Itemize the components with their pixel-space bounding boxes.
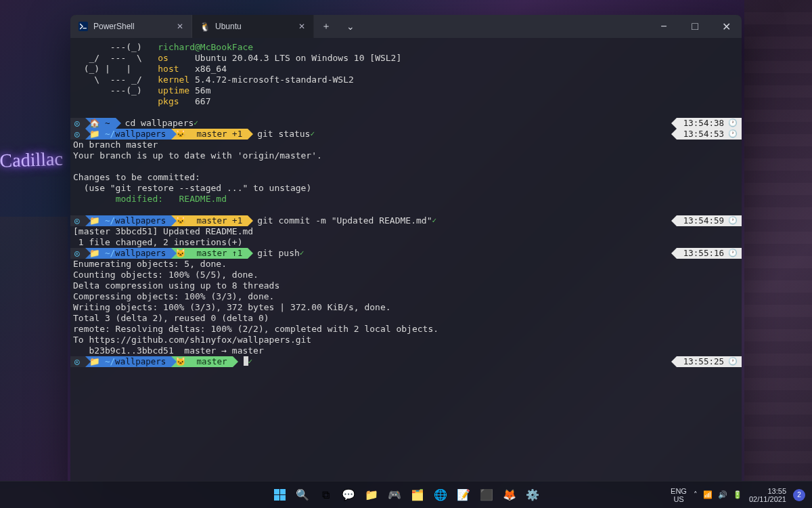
output-line: 1 file changed, 2 insertions(+) bbox=[70, 237, 742, 248]
branch-green-segment: 🐱 master bbox=[175, 356, 227, 367]
command-text: git commit -m "Updated README.md" bbox=[257, 215, 432, 226]
close-icon[interactable]: ✕ bbox=[175, 22, 185, 31]
cursor bbox=[244, 356, 248, 366]
lang-bottom: US bbox=[671, 495, 687, 503]
output-line: modified: README.md bbox=[70, 194, 742, 205]
taskbar-clock[interactable]: 13:55 02/11/2021 bbox=[749, 487, 786, 503]
tab-strip: PowerShell ✕ 🐧 Ubuntu ✕ ＋ ⌄ bbox=[70, 15, 648, 38]
prompt-line: ◎📁 ~/wallpapers🐱 master +1git commit -m … bbox=[70, 215, 742, 226]
timestamp-segment: 13:54:38 🕐 bbox=[677, 118, 742, 129]
output-line: Your branch is up to date with 'origin/m… bbox=[70, 150, 742, 161]
branch-segment: 🐱 master +1 bbox=[175, 129, 242, 140]
ascii-art bbox=[73, 96, 158, 107]
output-line bbox=[70, 205, 742, 215]
close-icon[interactable]: ✕ bbox=[297, 22, 307, 31]
clock-date: 02/11/2021 bbox=[749, 495, 786, 503]
ascii-art: ---(_) bbox=[73, 85, 158, 96]
neofetch-label: uptime bbox=[158, 85, 195, 96]
close-button[interactable]: ✕ bbox=[710, 15, 742, 38]
taskbar-right: ENG US ˄📶🔊🔋 13:55 02/11/2021 2 bbox=[671, 487, 812, 503]
path-segment: 📁 ~/wallpapers bbox=[89, 215, 166, 226]
neofetch-value: 56m bbox=[195, 85, 210, 96]
neofetch-value: 667 bbox=[195, 96, 210, 106]
language-switcher[interactable]: ENG US bbox=[671, 487, 687, 503]
output-line: To https://github.com/sh1nyfox/wallpaper… bbox=[70, 335, 742, 345]
time-value: 13:54:38 bbox=[683, 118, 724, 129]
neofetch-title: richard@McBookFace bbox=[158, 42, 253, 52]
path-segment: 📁 ~/wallpapers bbox=[89, 129, 166, 140]
taskbar-xbox-button[interactable]: 🎮 bbox=[385, 486, 404, 505]
path-segment: 📁 ~/wallpapers bbox=[89, 356, 166, 367]
taskbar-terminal-button[interactable]: ⬛ bbox=[477, 486, 496, 505]
ubuntu-icon: ◎ bbox=[74, 248, 80, 259]
taskbar-explorer-button[interactable]: 📁 bbox=[362, 486, 381, 505]
chevron-up-icon[interactable]: ˄ bbox=[694, 490, 698, 499]
success-check-icon: ✓ bbox=[248, 356, 256, 367]
notification-badge[interactable]: 2 bbox=[793, 489, 805, 501]
taskbar-start-button[interactable] bbox=[270, 486, 289, 505]
time-value: 13:54:53 bbox=[683, 129, 724, 140]
prompt-segment: ◎ bbox=[70, 356, 85, 367]
wifi-icon[interactable]: 📶 bbox=[703, 490, 713, 499]
system-tray[interactable]: ˄📶🔊🔋 bbox=[694, 490, 742, 499]
prompt-segment: 🐱 master +1 bbox=[171, 129, 248, 140]
path-segment: 📁 ~/wallpapers bbox=[89, 248, 166, 259]
clock-icon: 🕐 bbox=[728, 129, 738, 140]
taskbar-firefox-button[interactable]: 🦊 bbox=[500, 486, 519, 505]
taskbar-folder-button[interactable]: 🗂️ bbox=[408, 486, 427, 505]
output-line: Compressing objects: 100% (3/3), done. bbox=[70, 291, 742, 302]
ascii-art: ---(_) bbox=[73, 42, 158, 53]
ascii-art: _/ --- \ bbox=[73, 53, 158, 64]
success-check-icon: ✓ bbox=[432, 215, 439, 226]
tab-ubuntu[interactable]: 🐧 Ubuntu ✕ bbox=[192, 15, 314, 38]
clock-icon: 🕐 bbox=[728, 356, 738, 367]
battery-icon[interactable]: 🔋 bbox=[733, 490, 742, 499]
neofetch-label: os bbox=[158, 53, 195, 63]
taskbar-widgets-button[interactable]: 💬 bbox=[339, 486, 358, 505]
new-tab-button[interactable]: ＋ bbox=[314, 15, 338, 38]
timestamp-segment: 13:55:25 🕐 bbox=[677, 356, 742, 367]
maximize-button[interactable]: □ bbox=[679, 15, 710, 38]
branch-segment: 🐱 master +1 bbox=[175, 215, 242, 226]
ascii-art: (_) | | bbox=[73, 64, 158, 75]
prompt-segment: 📁 ~/wallpapers bbox=[85, 356, 172, 367]
neofetch-value: x86_64 bbox=[195, 64, 227, 74]
taskbar-settings-button[interactable]: ⚙️ bbox=[523, 486, 542, 505]
tab-label: Ubuntu bbox=[215, 22, 292, 31]
output-line: Counting objects: 100% (5/5), done. bbox=[70, 270, 742, 280]
output-line: b23b9c1..3bbcd51 master → master bbox=[70, 345, 742, 356]
branch-green-segment: 🐱 master ↑1 bbox=[175, 248, 242, 259]
taskbar-edge-button[interactable]: 🌐 bbox=[431, 486, 450, 505]
terminal-body[interactable]: ---(_) richard@McBookFace _/ --- \ os Ub… bbox=[70, 38, 742, 486]
tux-icon: 🐧 bbox=[200, 22, 210, 31]
prompt-segment: ◎ bbox=[70, 248, 85, 259]
tab-powershell[interactable]: PowerShell ✕ bbox=[70, 15, 192, 38]
neofetch-label: pkgs bbox=[158, 96, 195, 106]
prompt-segment: 🐱 master ↑1 bbox=[171, 248, 248, 259]
success-check-icon: ✓ bbox=[194, 118, 201, 129]
output-line: Total 3 (delta 2), reused 0 (delta 0) bbox=[70, 313, 742, 324]
prompt-line: ◎📁 ~/wallpapers🐱 master +1git status✓13:… bbox=[70, 129, 742, 140]
timestamp-segment: 13:54:53 🕐 bbox=[677, 129, 742, 140]
command-text: git status bbox=[257, 129, 310, 140]
prompt-segment: ◎ bbox=[70, 129, 85, 140]
taskbar-search-button[interactable]: 🔍 bbox=[293, 486, 312, 505]
output-line: Delta compression using up to 8 threads bbox=[70, 280, 742, 291]
tab-dropdown-button[interactable]: ⌄ bbox=[338, 15, 363, 38]
taskbar-notepad-button[interactable]: 📝 bbox=[454, 486, 473, 505]
minimize-button[interactable]: − bbox=[648, 15, 679, 38]
output-line bbox=[70, 161, 742, 172]
output-line: On branch master bbox=[70, 140, 742, 150]
clock-icon: 🕐 bbox=[728, 248, 738, 259]
terminal-window: PowerShell ✕ 🐧 Ubuntu ✕ ＋ ⌄ − □ ✕ ---(_)… bbox=[70, 15, 742, 486]
command-text: git push bbox=[257, 248, 300, 259]
volume-icon[interactable]: 🔊 bbox=[718, 490, 727, 499]
taskbar-taskview-button[interactable]: ⧉ bbox=[316, 486, 335, 505]
titlebar[interactable]: PowerShell ✕ 🐧 Ubuntu ✕ ＋ ⌄ − □ ✕ bbox=[70, 15, 742, 38]
output-line: (use "git restore --staged ..." to unsta… bbox=[70, 183, 742, 194]
prompt-segment: 🐱 master bbox=[171, 356, 232, 367]
window-controls: − □ ✕ bbox=[648, 15, 742, 38]
tab-label: PowerShell bbox=[93, 22, 170, 31]
home-segment: 🏠 ~ bbox=[89, 118, 110, 129]
ubuntu-icon: ◎ bbox=[74, 118, 80, 129]
